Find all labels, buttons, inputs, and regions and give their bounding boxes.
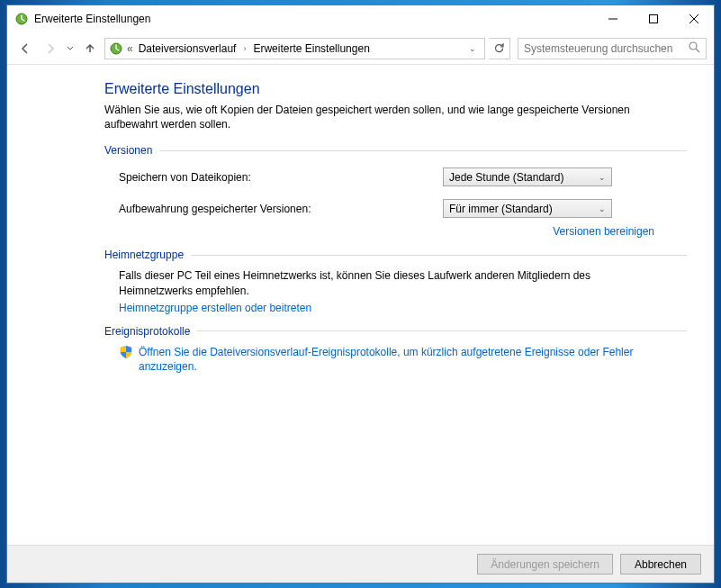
eventlog-link[interactable]: Öffnen Sie die Dateiversionsverlauf-Erei… bbox=[139, 345, 662, 374]
window-title: Erweiterte Einstellungen bbox=[34, 13, 592, 25]
eventlog-row: Öffnen Sie die Dateiversionsverlauf-Erei… bbox=[104, 345, 662, 374]
refresh-button[interactable] bbox=[489, 38, 510, 59]
save-frequency-label: Speichern von Dateikopien: bbox=[119, 171, 443, 184]
section-header: Ereignisprotokolle bbox=[104, 325, 687, 338]
section-header: Versionen bbox=[104, 144, 687, 157]
svg-rect-2 bbox=[649, 14, 657, 23]
shield-icon bbox=[119, 345, 133, 359]
arrow-right-icon bbox=[44, 42, 57, 55]
section-label: Heimnetzgruppe bbox=[104, 249, 184, 261]
footer: Änderungen speichern Abbrechen bbox=[7, 545, 714, 583]
window: Erweiterte Einstellungen bbox=[6, 5, 715, 583]
close-icon bbox=[689, 14, 698, 23]
section-label: Versionen bbox=[104, 144, 152, 157]
keep-versions-label: Aufbewahrung gespeicherter Versionen: bbox=[119, 203, 443, 215]
cancel-button[interactable]: Abbrechen bbox=[620, 554, 701, 574]
breadcrumb-item[interactable]: Erweiterte Einstellungen bbox=[251, 41, 371, 57]
svg-line-7 bbox=[696, 49, 699, 52]
maximize-icon bbox=[649, 14, 658, 23]
minimize-button[interactable] bbox=[592, 5, 633, 32]
section-header: Heimnetzgruppe bbox=[104, 249, 687, 261]
page-description: Wählen Sie aus, wie oft Kopien der Datei… bbox=[104, 103, 680, 131]
search-icon bbox=[689, 41, 700, 56]
recent-dropdown[interactable] bbox=[65, 38, 76, 59]
minimize-icon bbox=[608, 14, 617, 23]
chevron-down-icon bbox=[67, 45, 74, 52]
app-icon bbox=[14, 12, 29, 26]
search-input[interactable] bbox=[524, 42, 685, 55]
divider bbox=[191, 255, 687, 256]
cleanup-versions-link[interactable]: Versionen bereinigen bbox=[553, 225, 654, 238]
search-box[interactable] bbox=[518, 38, 707, 59]
nav-row: « Dateiversionsverlauf › Erweiterte Eins… bbox=[7, 32, 714, 65]
content-area: Erweiterte Einstellungen Wählen Sie aus,… bbox=[7, 65, 714, 545]
homegroup-text: Falls dieser PC Teil eines Heimnetzwerks… bbox=[104, 268, 662, 297]
close-button[interactable] bbox=[673, 5, 714, 32]
up-button[interactable] bbox=[79, 38, 101, 59]
page-title: Erweiterte Einstellungen bbox=[104, 81, 687, 97]
select-value: Für immer (Standard) bbox=[449, 203, 553, 215]
chevron-right-icon: › bbox=[243, 44, 246, 53]
forward-button[interactable] bbox=[40, 38, 61, 59]
divider bbox=[197, 330, 687, 331]
keep-versions-row: Aufbewahrung gespeicherter Versionen: Fü… bbox=[104, 195, 687, 227]
save-frequency-row: Speichern von Dateikopien: Jede Stunde (… bbox=[104, 164, 687, 195]
section-versions: Versionen Speichern von Dateikopien: Jed… bbox=[104, 144, 687, 238]
window-controls bbox=[592, 5, 714, 32]
section-label: Ereignisprotokolle bbox=[104, 325, 190, 338]
select-value: Jede Stunde (Standard) bbox=[449, 171, 563, 184]
svg-point-6 bbox=[689, 42, 697, 50]
chevron-down-icon: ⌄ bbox=[599, 173, 606, 182]
section-homegroup: Heimnetzgruppe Falls dieser PC Teil eine… bbox=[104, 249, 687, 313]
breadcrumb[interactable]: « Dateiversionsverlauf › Erweiterte Eins… bbox=[104, 38, 485, 59]
breadcrumb-prefix: « bbox=[127, 42, 133, 55]
breadcrumb-dropdown[interactable]: ⌄ bbox=[464, 44, 481, 53]
section-eventlogs: Ereignisprotokolle Öffnen Sie die Dateiv… bbox=[104, 325, 687, 374]
arrow-left-icon bbox=[19, 42, 32, 55]
save-frequency-select[interactable]: Jede Stunde (Standard) ⌄ bbox=[443, 167, 612, 186]
maximize-button[interactable] bbox=[633, 5, 673, 32]
refresh-icon bbox=[493, 42, 505, 54]
save-button[interactable]: Änderungen speichern bbox=[477, 554, 613, 574]
cleanup-row: Versionen bereinigen bbox=[104, 225, 687, 238]
keep-versions-select[interactable]: Für immer (Standard) ⌄ bbox=[443, 199, 612, 218]
breadcrumb-icon bbox=[109, 41, 123, 56]
breadcrumb-item[interactable]: Dateiversionsverlauf bbox=[137, 41, 239, 57]
arrow-up-icon bbox=[84, 42, 96, 55]
chevron-down-icon: ⌄ bbox=[599, 204, 606, 213]
homegroup-link[interactable]: Heimnetzgruppe erstellen oder beitreten bbox=[119, 302, 311, 314]
back-button[interactable] bbox=[14, 38, 36, 59]
divider bbox=[159, 150, 687, 151]
titlebar: Erweiterte Einstellungen bbox=[7, 5, 714, 32]
